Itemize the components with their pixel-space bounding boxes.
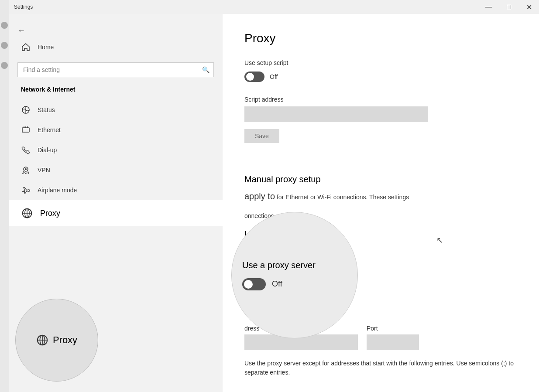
vpn-label: VPN [38,167,50,174]
address-label: dress [244,325,358,332]
airplane-icon [21,185,31,195]
manual-proxy-description-2: onnections. [244,211,517,221]
sidebar-item-proxy[interactable]: Proxy [9,200,223,226]
ethernet-icon [21,125,31,135]
close-button[interactable]: ✕ [519,0,539,14]
main-content: Proxy Use setup script Off Script addres… [223,14,539,392]
minimize-button[interactable]: — [479,0,499,14]
proxy-circle-content: Proxy [36,334,77,346]
sidebar-item-ethernet[interactable]: Ethernet [9,120,223,140]
search-icon: 🔍 [202,66,209,73]
ethernet-label: Ethernet [38,126,61,133]
airplane-label: Airplane mode [38,187,77,194]
save-button[interactable]: Save [244,129,279,143]
page-title: Proxy [244,31,517,45]
home-label: Home [38,44,54,51]
proxy-server-label: Use a proxy server [244,229,517,239]
setup-script-toggle-label: Off [270,73,278,80]
port-label: Port [367,325,419,332]
proxy-server-toggle[interactable] [244,245,264,255]
titlebar-controls: — □ ✕ [479,0,539,14]
proxy-icon [21,207,33,219]
script-address-input[interactable] [244,106,428,122]
sidebar-item-vpn[interactable]: VPN [9,160,223,180]
maximize-button[interactable]: □ [499,0,519,14]
partial-text: apply to [244,191,275,201]
chrome-sidebar [0,0,9,392]
svg-point-7 [25,168,27,170]
proxy-magnify-circle: Proxy [15,299,98,382]
manual-proxy-description: apply to for Ethernet or Wi-Fi connectio… [244,190,517,203]
dialup-label: Dial-up [38,147,57,153]
sidebar-item-home[interactable]: Home [9,37,223,57]
proxy-nav-label: Proxy [40,209,60,218]
setup-script-section: Use setup script Off [244,59,517,82]
address-input[interactable] [244,334,358,350]
address-group: dress [244,325,358,350]
magnify-toggle [242,278,266,290]
sidebar-item-status[interactable]: Status [9,100,223,120]
svg-rect-2 [22,128,29,132]
script-address-section: Script address Save [244,96,517,160]
chrome-icon-3 [1,62,8,69]
sidebar-item-dialup[interactable]: Dial-up [9,140,223,160]
content-area: ← Home 🔍 Network & Internet [9,14,539,392]
proxy-server-section: Use a proxy server Off Use a proxy serve… [244,229,517,377]
home-icon [21,42,31,52]
setup-script-toggle-row: Off [244,72,517,82]
vpn-icon [21,165,31,175]
manual-proxy-section: Manual proxy setup apply to for Ethernet… [244,174,517,377]
port-input[interactable] [367,334,419,350]
sidebar-item-airplane[interactable]: Airplane mode [9,180,223,200]
back-arrow-icon[interactable]: ← [17,26,25,35]
sidebar-section-title: Network & Internet [9,86,223,100]
script-address-label: Script address [244,96,517,103]
address-port-row: dress Port [244,325,517,350]
search-box: 🔍 [17,62,214,77]
magnify-off-label: Off [272,280,282,289]
description-container: apply to for Ethernet or Wi-Fi connectio… [244,190,517,221]
app-window: Settings — □ ✕ ← Home [9,0,539,392]
proxy-circle-icon [36,334,48,346]
proxy-server-toggle-row: Off [244,245,517,255]
magnify-title: Use a proxy server [242,260,347,270]
proxy-circle-label: Proxy [53,334,77,346]
setup-script-toggle[interactable] [244,72,264,82]
chrome-icon-1 [1,22,8,29]
proxy-server-toggle-label: Off [270,246,278,253]
dialup-icon [21,145,31,155]
titlebar-title: Settings [14,4,33,10]
chrome-icon-2 [1,42,8,49]
sidebar: ← Home 🔍 Network & Internet [9,14,223,392]
cursor-icon: ↖ [436,235,443,245]
magnify-inner: Use a proxy server Off [232,260,357,290]
proxy-server-knob [246,246,254,254]
magnify-toggle-knob [244,280,253,289]
port-group: Port [367,325,419,350]
titlebar: Settings — □ ✕ [9,0,539,14]
status-icon [21,105,31,115]
description-full: for Ethernet or Wi-Fi connections. These… [277,194,409,201]
magnify-toggle-row: Off [242,278,347,290]
bottom-description: Use the proxy server except for addresse… [244,359,517,377]
search-input[interactable] [17,62,214,77]
setup-script-label: Use setup script [244,59,517,66]
back-nav[interactable]: ← [9,23,223,37]
toggle-knob [246,73,254,81]
status-label: Status [38,106,55,113]
manual-proxy-title: Manual proxy setup [244,174,517,184]
